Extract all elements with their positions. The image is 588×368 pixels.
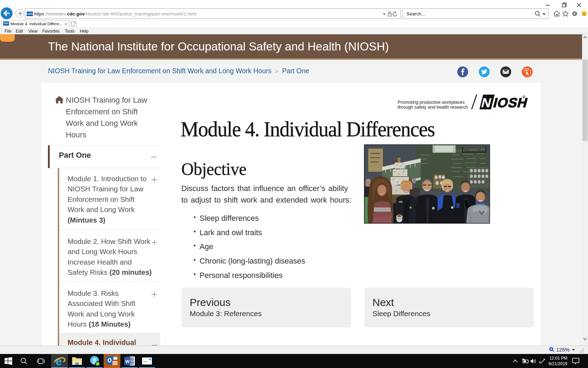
svg-text:125%: 125% [556,347,569,353]
svg-text:R: R [523,96,525,98]
svg-text:through safety and health rese: through safety and health research [398,104,468,110]
svg-text:W: W [125,359,130,364]
svg-text:Promoting productive workplace: Promoting productive workplaces [398,100,465,105]
svg-text:e: e [56,355,62,367]
